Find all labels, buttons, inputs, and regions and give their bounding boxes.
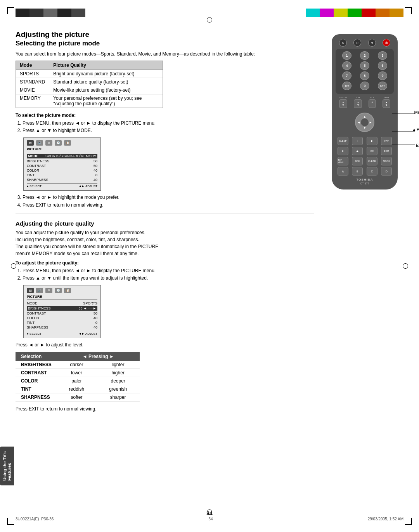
- remote-btn-100[interactable]: 100: [342, 82, 351, 90]
- divider-1: [16, 214, 314, 214]
- numpad-row-1: 1 2 3: [338, 51, 391, 60]
- remote-btn-6[interactable]: 6: [378, 61, 387, 70]
- remote-dvd-btn[interactable]: ▲▼: [383, 99, 391, 108]
- steps-list-2: Press MENU, then press ◄ or ► to display…: [23, 267, 314, 282]
- screen-icons-2: 🖼 🔊 ⚙ 🕐 📋: [27, 288, 97, 293]
- remote-btn-chent[interactable]: ENT: [378, 82, 387, 90]
- screen2-footer-adjust: ◄► ADJUST: [78, 332, 97, 336]
- remote-exit-label: Exit: [416, 143, 419, 148]
- quality-cell: Movie-like picture setting (factory-set): [49, 86, 163, 94]
- bar-seg-5: [71, 9, 85, 17]
- selection-table-row: TINT reddish greenish: [16, 385, 140, 393]
- screen-row-color: COLOR 40: [27, 169, 97, 172]
- remote-arrow-down[interactable]: ▼: [363, 126, 366, 130]
- remote-play-btn[interactable]: ▶: [367, 137, 377, 145]
- footer-center: 34: [208, 517, 213, 521]
- screen-icon-2-picture: 🖼: [27, 288, 34, 293]
- left-col: Adjusting the picture Selecting the pict…: [16, 26, 318, 509]
- remote-pause2-btn[interactable]: ⏸: [338, 147, 348, 155]
- screen-brightness-val: 50: [93, 159, 97, 163]
- bar-seg-3: [43, 9, 57, 17]
- footer-left: 3U00221A(E)_P30-36: [16, 517, 54, 521]
- remote-fav-btn[interactable]: FAV: [381, 137, 392, 145]
- remote-bottom-row-1: TOP MENU BBE CLEAR MODE: [336, 157, 394, 165]
- sub-heading-select: To select the picture mode:: [16, 113, 314, 118]
- remote-cc-btn[interactable]: CC: [367, 147, 377, 155]
- remote-arrow-right[interactable]: ►: [369, 121, 372, 124]
- section2-intro: You can adjust the picture quality to yo…: [16, 229, 314, 257]
- screen-title-1: PICTURE: [27, 147, 97, 152]
- remote-pause-btn[interactable]: ⏸: [352, 137, 363, 145]
- left-press-cell: lower: [57, 369, 97, 377]
- bar-seg-4: [57, 9, 71, 17]
- remote-btn-1[interactable]: 1: [342, 51, 351, 60]
- remote-btn-2[interactable]: 2: [360, 51, 369, 60]
- remote-vol-btn[interactable]: +−: [369, 99, 376, 108]
- numpad-row-4: 100 0 ENT: [338, 82, 391, 90]
- steps-list-1: Press MENU, then press ◄ or ► to display…: [23, 120, 314, 134]
- remote-extra-4[interactable]: D: [381, 167, 392, 176]
- side-tab: Using the TV's Features: [0, 447, 14, 485]
- pressing-col-header: ◄ Pressing ►: [57, 352, 140, 361]
- remote-mute-btn[interactable]: M: [368, 39, 376, 47]
- remote-btn-9[interactable]: 9: [378, 71, 387, 80]
- remote-btn-0[interactable]: 0: [360, 82, 369, 90]
- right-press-cell: deeper: [96, 377, 140, 385]
- remote-extra-2[interactable]: B: [352, 167, 363, 176]
- remote-nav-ring[interactable]: ▲ ▼ ◄ ►: [355, 113, 374, 132]
- bar-seg-orange: [376, 9, 390, 17]
- remote-btn-4[interactable]: 4: [342, 61, 351, 70]
- remote-recall-btn[interactable]: R: [353, 39, 361, 47]
- remote-chcat-btn[interactable]: ▲▼: [339, 99, 347, 108]
- screen2-mode-value: SPORTS: [83, 301, 97, 305]
- remote-mode-btn[interactable]: MODE: [381, 157, 392, 165]
- remote-arrow-up[interactable]: ▲: [363, 115, 366, 118]
- remote-btn-8[interactable]: 8: [360, 71, 369, 80]
- bar-seg-yellow: [334, 9, 348, 17]
- screen-row2-mode: MODE SPORTS: [27, 301, 97, 305]
- screen-mode-label: MODE: [28, 154, 38, 158]
- side-tab-line1: Using the TV's: [2, 451, 7, 481]
- screen-icon-2-audio: 🔊: [36, 288, 43, 293]
- step4-text: Press EXIT to return to normal viewing.: [16, 405, 314, 412]
- remote-btn-5[interactable]: 5: [360, 61, 369, 70]
- compass-right: [403, 263, 408, 269]
- screen2-tint-val: 0: [95, 321, 97, 325]
- remote-exit-btn[interactable]: EXIT: [381, 147, 392, 155]
- remote-rec-btn[interactable]: ⏺: [352, 147, 363, 155]
- remote-dvd-label: DVD: [384, 96, 389, 99]
- remote-surround-btn[interactable]: S: [339, 39, 347, 47]
- screen2-contrast-label: CONTRAST: [27, 311, 46, 315]
- remote-power-btn[interactable]: ⏻: [383, 39, 390, 47]
- remote-clear-btn[interactable]: CLEAR: [367, 157, 377, 165]
- remote-extra-1[interactable]: A: [338, 167, 348, 176]
- top-bar: [16, 9, 403, 17]
- bar-seg-green: [348, 9, 362, 17]
- selection-cell: SHARPNESS: [16, 393, 57, 402]
- remote-topmenu-btn[interactable]: TOP MENU: [338, 157, 348, 165]
- screen2-color-val: 40: [93, 316, 97, 320]
- remote-sleep-btn[interactable]: SLEEP: [338, 137, 348, 145]
- bar-seg-cyan: [306, 9, 320, 17]
- screen-row2-sharpness: SHARPNESS 40: [27, 325, 97, 329]
- remote-extra-3[interactable]: C: [367, 167, 377, 176]
- remote-center-btn[interactable]: [361, 118, 369, 126]
- remote-chcat-label: CH/CAT: [339, 96, 348, 99]
- remote-btn-3[interactable]: 3: [378, 51, 387, 60]
- remote-arrow-left[interactable]: ◄: [357, 121, 360, 124]
- step3-text: Press ◄ or ► to adjust the level.: [16, 341, 314, 348]
- screen2-color-label: COLOR: [27, 316, 39, 320]
- remote-btn-7[interactable]: 7: [342, 71, 351, 80]
- remote-ch-btn[interactable]: ▲▼: [354, 99, 362, 108]
- section-h3-quality: Adjusting the picture quality: [16, 220, 314, 227]
- remote-bbe-btn[interactable]: BBE: [352, 157, 363, 165]
- sub-heading-adjust: To adjust the picture quality:: [16, 260, 314, 266]
- mode-cell: SPORTS: [16, 70, 49, 78]
- section-h2-selecting: Selecting the picture mode: [16, 40, 314, 47]
- mode-col-header: Mode: [16, 61, 49, 70]
- step-item: Press ▲ or ▼ until the item you want to …: [23, 275, 314, 282]
- screen-footer-1: ● SELECT ◄► ADJUST: [27, 183, 97, 188]
- remote-arrows-label: ▲▼◄►: [412, 127, 419, 132]
- screen-row2-brightness: BRIGHTNESS 35 ◄ ══►: [27, 306, 97, 311]
- corner-mark-tr: [405, 7, 412, 14]
